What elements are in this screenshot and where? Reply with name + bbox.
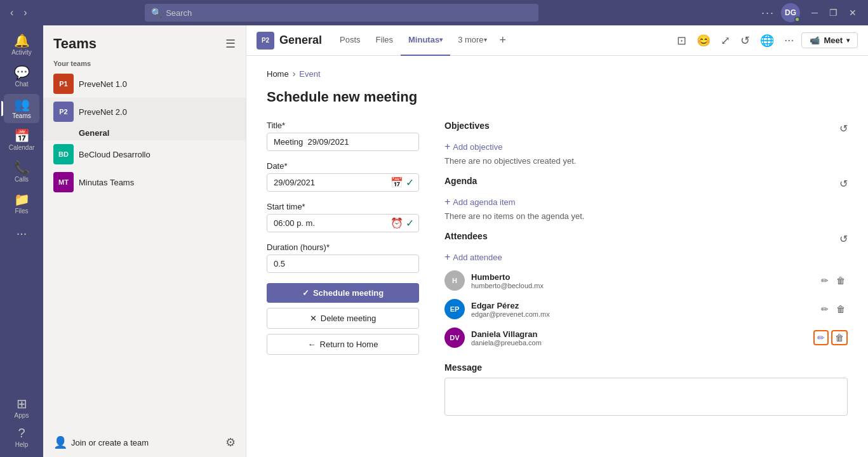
channel-item-general[interactable]: General [43,126,246,140]
tab-bar: Posts Files Minutas ▾ 3 more ▾ + [332,25,511,56]
sidebar-item-calls[interactable]: 📞 Calls [4,157,39,187]
tab-more[interactable]: 3 more ▾ [450,25,494,56]
top-bar-right: ··· DG ─ ❐ ✕ [761,3,862,22]
calendar-input-icon[interactable]: 📅 [391,176,403,189]
form-right: Objectives ↺ + Add objective There are n… [444,121,848,418]
join-team-button[interactable]: 👤 Join or create a team [53,435,149,449]
attendee-info: Edgar Pérez edgar@prevenet.com.mx [471,301,812,318]
more-options-icon[interactable]: ··· [761,6,775,20]
attendee-actions: ✏ 🗑 [818,303,848,315]
channel-more-icon[interactable]: ··· [782,31,796,50]
main-content: P2 General Posts Files Minutas ▾ 3 more … [246,25,868,457]
add-agenda-item-button[interactable]: + Add agenda item [444,196,516,208]
sidebar-item-help[interactable]: ? Help [4,423,39,452]
sidebar-title: Teams [53,36,97,52]
sidebar-item-label: Files [15,208,28,215]
duration-label: Duration (hours)* [267,242,419,252]
delete-attendee-button[interactable]: 🗑 [834,303,848,315]
team-name: BeCloud Desarrollo [79,150,222,159]
meet-dropdown-icon: ▾ [846,37,850,44]
sidebar-item-apps[interactable]: ⊞ Apps [4,394,39,423]
tab-minutas[interactable]: Minutas ▾ [401,25,450,56]
edit-attendee-highlighted-button[interactable]: ✏ [813,330,829,345]
arrow-left-icon: ← [308,340,316,349]
sidebar-item-calendar[interactable]: 📅 Calendar [4,126,39,155]
attendee-item-daniela: DV Daniela Villagran daniela@preueba.com… [444,324,848,352]
tab-posts[interactable]: Posts [332,25,368,56]
date-input-wrapper: 📅 ✓ [267,173,419,192]
delete-attendee-button[interactable]: 🗑 [834,274,848,287]
close-button[interactable]: ✕ [844,5,862,20]
more-nav-icon[interactable]: ··· [11,221,32,245]
top-bar: ‹ › 🔍 ··· DG ─ ❐ ✕ [0,0,868,25]
attendees-section: Attendees ↺ + Add attendee H Humberto [444,231,848,352]
emoji-icon[interactable]: 😊 [694,31,713,50]
add-attendee-button[interactable]: + Add attendee [444,251,502,263]
sidebar-item-teams[interactable]: 👥 Teams [4,94,39,123]
sidebar-footer: 👤 Join or create a team ⚙ [43,428,246,457]
delete-attendee-highlighted-button[interactable]: 🗑 [831,330,848,345]
meet-label: Meet [824,36,843,45]
team-item-minutas[interactable]: MT Minutas Teams ··· [43,168,246,196]
edit-attendee-button[interactable]: ✏ [818,303,831,315]
attendee-info: Humberto humberto@becloud.mx [471,272,812,289]
schedule-meeting-button[interactable]: ✓ Schedule meeting [267,283,419,303]
agenda-refresh-icon[interactable]: ↺ [839,178,848,190]
add-objective-button[interactable]: + Add objective [444,141,502,152]
activity-icon: 🔔 [14,34,30,47]
tab-more-dropdown-icon: ▾ [484,36,487,43]
team-item-becloud[interactable]: BD BeCloud Desarrollo ··· [43,140,246,168]
sidebar-item-files[interactable]: 📁 Files [4,189,39,218]
meet-button[interactable]: 📹 Meet ▾ [801,32,858,48]
time-check-icon: ✓ [406,217,414,229]
objectives-refresh-icon[interactable]: ↺ [839,123,848,135]
sidebar-item-chat[interactable]: 💬 Chat [4,62,39,91]
restore-button[interactable]: ❐ [824,5,843,20]
join-team-icon: 👤 [53,435,67,449]
date-label: Date* [267,161,419,171]
attendee-item-humberto: H Humberto humberto@becloud.mx ✏ 🗑 [444,267,848,295]
title-label: Title* [267,121,419,130]
attendees-refresh-icon[interactable]: ↺ [839,233,848,245]
back-button[interactable]: ‹ [6,4,17,21]
edit-attendee-button[interactable]: ✏ [818,274,831,287]
clock-input-icon[interactable]: ⏰ [391,217,403,229]
title-input[interactable] [267,133,419,151]
avatar-status [794,17,800,22]
globe-icon[interactable]: 🌐 [758,31,777,50]
sidebar-item-label: Calls [15,176,29,183]
refresh-icon[interactable]: ↺ [738,31,752,50]
join-team-label: Join or create a team [71,438,149,447]
duration-group: Duration (hours)* [267,242,419,273]
message-input[interactable] [444,378,848,416]
sidebar-header: Teams ☰ [43,25,246,57]
return-to-home-label: Return to Home [320,340,378,349]
sidebar-item-activity[interactable]: 🔔 Activity [4,30,39,60]
open-in-window-icon[interactable]: ⤢ [718,31,733,50]
attendee-item-edgar: EP Edgar Pérez edgar@prevenet.com.mx ✏ 🗑 [444,295,848,324]
objectives-empty-text: There are no objectives created yet. [444,156,848,166]
delete-meeting-button[interactable]: ✕ Delete meeting [267,308,419,329]
breadcrumb-home[interactable]: Home [267,69,289,79]
tab-files[interactable]: Files [368,25,401,56]
tab-add-icon[interactable]: + [495,34,512,47]
duration-input[interactable] [267,255,419,273]
team-item-prevenet1[interactable]: P1 PreveNet 1.0 ··· [43,70,246,98]
attendee-name: Humberto [471,272,812,282]
sidebar-options-icon[interactable]: ☰ [225,37,236,51]
search-bar[interactable]: 🔍 [145,4,538,22]
files-icon: 📁 [14,193,30,206]
icon-nav: 🔔 Activity 💬 Chat 👥 Teams 📅 Calendar 📞 C… [0,25,43,457]
team-name: PreveNet 1.0 [79,79,222,89]
form-left: Title* Date* 📅 ✓ [267,121,419,418]
title-group: Title* [267,121,419,151]
forward-button[interactable]: › [20,4,30,21]
settings-icon[interactable]: ⚙ [225,435,236,449]
avatar[interactable]: DG [781,3,800,22]
sidebar: Teams ☰ Your teams P1 PreveNet 1.0 ··· P… [43,25,246,457]
return-to-home-button[interactable]: ← Return to Home [267,334,419,355]
team-item-prevenet2[interactable]: P2 PreveNet 2.0 ··· [43,98,246,126]
expand-icon[interactable]: ⊡ [674,31,689,50]
minimize-button[interactable]: ─ [806,5,823,20]
search-input[interactable] [166,8,532,18]
